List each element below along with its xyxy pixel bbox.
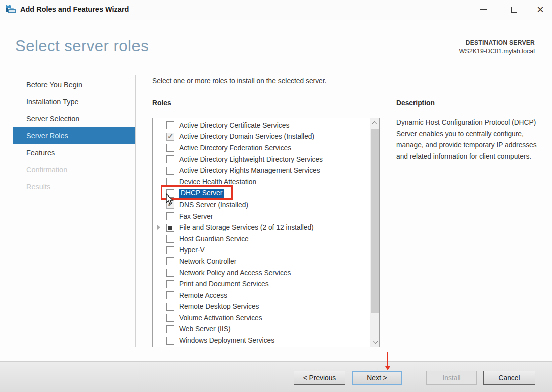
- role-checkbox-hyper-v[interactable]: [166, 246, 174, 254]
- role-row-host-guardian-service[interactable]: Host Guardian Service: [153, 233, 370, 245]
- add-roles-wizard-window: Add Roles and Features Wizard ✕ Select s…: [0, 0, 552, 392]
- role-label: Remote Access: [179, 292, 227, 299]
- role-label: Windows Deployment Services: [179, 337, 274, 344]
- role-checkbox-print-and-document-services[interactable]: [166, 280, 174, 288]
- role-row-active-directory-lightweight-directory-services[interactable]: Active Directory Lightweight Directory S…: [153, 154, 370, 165]
- page-title: Select server roles: [15, 37, 149, 55]
- role-checkbox-active-directory-domain-services-installed[interactable]: [166, 133, 174, 141]
- role-row-hyper-v[interactable]: Hyper-V: [153, 245, 370, 256]
- role-checkbox-active-directory-certificate-services[interactable]: [166, 121, 174, 129]
- role-checkbox-remote-desktop-services[interactable]: [166, 303, 174, 311]
- role-checkbox-fax-server[interactable]: [166, 212, 174, 220]
- role-checkbox-device-health-attestation[interactable]: [166, 178, 174, 186]
- role-label: Network Policy and Access Services: [179, 269, 291, 277]
- footer-button-bar: < PreviousNext >InstallCancel: [0, 361, 552, 392]
- role-row-dns-server-installed[interactable]: DNS Server (Installed): [153, 199, 370, 211]
- role-checkbox-active-directory-rights-management-services[interactable]: [166, 167, 174, 175]
- role-label: Active Directory Rights Management Servi…: [179, 167, 320, 174]
- window-title: Add Roles and Features Wizard: [20, 5, 129, 13]
- maximize-icon: [511, 7, 517, 13]
- roles-listbox: Active Directory Certificate ServicesAct…: [152, 118, 380, 347]
- role-checkbox-active-directory-lightweight-directory-services[interactable]: [166, 155, 174, 163]
- role-checkbox-web-server-iis[interactable]: [166, 325, 174, 333]
- sidebar-nav: Before You BeginInstallation TypeServer …: [13, 76, 135, 195]
- description-text: Dynamic Host Configuration Protocol (DHC…: [396, 117, 538, 162]
- previous-button[interactable]: < Previous: [294, 371, 345, 385]
- roles-list-label: Roles: [152, 99, 171, 107]
- role-label: Active Directory Certificate Services: [179, 122, 289, 129]
- role-row-active-directory-federation-services[interactable]: Active Directory Federation Services: [153, 142, 370, 154]
- role-label: Web Server (IIS): [179, 325, 230, 333]
- role-row-remote-desktop-services[interactable]: Remote Desktop Services: [153, 301, 370, 313]
- role-label: Host Guardian Service: [179, 235, 249, 243]
- role-label: Hyper-V: [179, 246, 205, 254]
- annotation-arrow: [384, 352, 391, 372]
- role-row-remote-access[interactable]: Remote Access: [153, 290, 370, 301]
- scrollbar-thumb[interactable]: [371, 129, 379, 313]
- role-checkbox-remote-access[interactable]: [166, 291, 174, 299]
- sidebar-item-before-you-begin[interactable]: Before You Begin: [13, 76, 135, 93]
- role-row-network-policy-and-access-services[interactable]: Network Policy and Access Services: [153, 267, 370, 279]
- scrollbar-down-arrow-icon[interactable]: [370, 337, 380, 347]
- cancel-button[interactable]: Cancel: [483, 371, 535, 385]
- sidebar-divider: [135, 75, 136, 347]
- role-checkbox-windows-deployment-services[interactable]: [166, 337, 174, 345]
- next-button[interactable]: Next >: [352, 371, 402, 385]
- role-checkbox-network-controller[interactable]: [166, 257, 174, 265]
- role-label: Print and Document Services: [179, 280, 269, 288]
- title-bar: Add Roles and Features Wizard ✕: [0, 0, 552, 20]
- role-row-web-server-iis[interactable]: Web Server (IIS): [153, 324, 370, 335]
- role-row-file-and-storage-services-2-of-12-installed[interactable]: File and Storage Services (2 of 12 insta…: [153, 222, 370, 233]
- role-checkbox-volume-activation-services[interactable]: [166, 314, 174, 322]
- role-row-volume-activation-services[interactable]: Volume Activation Services: [153, 312, 370, 324]
- install-button: Install: [426, 371, 477, 385]
- role-row-network-controller[interactable]: Network Controller: [153, 256, 370, 267]
- destination-server-name: WS2K19-DC01.mylab.local: [459, 48, 535, 55]
- role-row-active-directory-certificate-services[interactable]: Active Directory Certificate Services: [153, 120, 370, 131]
- expand-arrow-icon[interactable]: [157, 225, 160, 230]
- role-label: Device Health Attestation: [179, 178, 256, 186]
- mouse-cursor: [164, 193, 175, 208]
- role-row-windows-deployment-services[interactable]: Windows Deployment Services: [153, 335, 370, 346]
- role-checkbox-network-policy-and-access-services[interactable]: [166, 269, 174, 277]
- sidebar-item-server-roles[interactable]: Server Roles: [13, 127, 135, 144]
- scrollbar-up-arrow-icon[interactable]: [370, 118, 380, 128]
- role-label: Active Directory Federation Services: [179, 144, 291, 152]
- role-label: Network Controller: [179, 258, 236, 265]
- role-label: Active Directory Domain Services (Instal…: [179, 133, 314, 140]
- role-row-active-directory-domain-services-installed[interactable]: Active Directory Domain Services (Instal…: [153, 131, 370, 143]
- role-row-fax-server[interactable]: Fax Server: [153, 211, 370, 222]
- sidebar-item-installation-type[interactable]: Installation Type: [13, 93, 135, 110]
- role-label: Fax Server: [179, 213, 213, 220]
- maximize-button[interactable]: [503, 0, 526, 19]
- sidebar-item-results: Results: [13, 178, 135, 195]
- sidebar-item-confirmation: Confirmation: [13, 161, 135, 178]
- role-label: DNS Server (Installed): [179, 201, 248, 209]
- role-checkbox-active-directory-federation-services[interactable]: [166, 144, 174, 152]
- role-label: Remote Desktop Services: [179, 303, 259, 310]
- instruction-text: Select one or more roles to install on t…: [152, 77, 326, 85]
- role-label: File and Storage Services (2 of 12 insta…: [179, 224, 314, 231]
- sidebar-item-features[interactable]: Features: [13, 144, 135, 161]
- role-row-active-directory-rights-management-services[interactable]: Active Directory Rights Management Servi…: [153, 165, 370, 176]
- scrollbar[interactable]: [370, 118, 379, 347]
- minimize-button[interactable]: [472, 0, 495, 19]
- sidebar-item-server-selection[interactable]: Server Selection: [13, 110, 135, 127]
- role-row-print-and-document-services[interactable]: Print and Document Services: [153, 278, 370, 290]
- role-label: Volume Activation Services: [179, 314, 262, 322]
- description-heading: Description: [396, 99, 435, 107]
- destination-server-block: DESTINATION SERVER WS2K19-DC01.mylab.loc…: [459, 39, 535, 55]
- destination-server-label: DESTINATION SERVER: [459, 39, 535, 46]
- role-checkbox-host-guardian-service[interactable]: [166, 235, 174, 243]
- roles-list: Active Directory Certificate ServicesAct…: [153, 118, 370, 347]
- close-button[interactable]: ✕: [529, 0, 552, 19]
- server-manager-icon: [5, 4, 17, 15]
- role-checkbox-file-and-storage-services-2-of-12-installed[interactable]: [166, 224, 174, 232]
- role-label: Active Directory Lightweight Directory S…: [179, 156, 323, 163]
